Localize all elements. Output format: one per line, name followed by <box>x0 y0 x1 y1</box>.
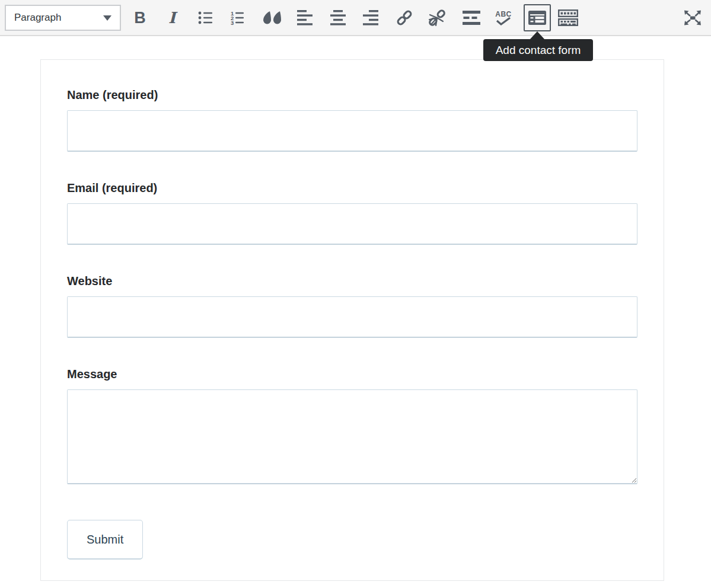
numbered-list-icon: 1 2 3 <box>230 9 247 26</box>
bold-icon: B <box>134 9 146 27</box>
toolbar-toggle-button[interactable] <box>555 5 581 31</box>
chevron-down-icon <box>103 15 111 21</box>
name-field-label: Name (required) <box>67 87 637 103</box>
blockquote-icon <box>263 11 281 24</box>
name-field[interactable] <box>67 110 637 152</box>
email-field[interactable] <box>67 203 637 245</box>
keyboard-icon <box>558 9 578 26</box>
website-field-label: Website <box>67 273 637 289</box>
format-select-value: Paragraph <box>14 12 103 24</box>
insert-read-more-button[interactable] <box>460 5 483 31</box>
contact-form-preview: Name (required) Email (required) Website… <box>40 59 664 581</box>
tooltip-add-contact-form: Add contact form <box>483 39 593 61</box>
checkmark-icon <box>496 18 511 25</box>
italic-button[interactable]: I <box>160 5 184 31</box>
svg-text:3: 3 <box>231 20 234 26</box>
align-left-button[interactable] <box>293 5 317 31</box>
add-contact-form-button[interactable] <box>524 4 551 31</box>
editor-toolbar: Paragraph B I 1 2 3 <box>0 0 711 36</box>
align-left-icon <box>297 10 313 25</box>
bulleted-list-button[interactable] <box>194 5 218 31</box>
message-field-label: Message <box>67 366 637 382</box>
remove-link-button[interactable] <box>425 5 449 31</box>
blockquote-button[interactable] <box>260 5 284 31</box>
read-more-icon <box>463 11 480 25</box>
spellcheck-icon: ABC <box>495 11 512 25</box>
message-field[interactable] <box>67 389 637 484</box>
submit-button[interactable]: Submit <box>67 520 143 560</box>
align-center-button[interactable] <box>326 5 350 31</box>
align-right-button[interactable] <box>359 5 382 31</box>
insert-link-button[interactable] <box>393 5 416 31</box>
bulleted-list-icon <box>197 9 214 26</box>
tooltip-text: Add contact form <box>496 44 581 57</box>
editor-screen: Paragraph B I 1 2 3 <box>0 0 711 588</box>
tooltip-caret <box>530 31 545 40</box>
contact-form-icon <box>528 11 546 25</box>
align-right-icon <box>363 10 378 25</box>
italic-icon: I <box>168 9 176 27</box>
numbered-list-button[interactable]: 1 2 3 <box>227 5 250 31</box>
spellcheck-button[interactable]: ABC <box>490 5 516 31</box>
align-center-icon <box>330 10 346 25</box>
unlink-icon <box>428 9 446 27</box>
fullscreen-icon <box>683 9 702 26</box>
email-field-label: Email (required) <box>67 180 637 196</box>
link-icon <box>396 9 413 27</box>
bold-button[interactable]: B <box>128 5 152 31</box>
fullscreen-button[interactable] <box>681 5 704 31</box>
paragraph-format-select[interactable]: Paragraph <box>5 5 121 31</box>
website-field[interactable] <box>67 296 637 338</box>
